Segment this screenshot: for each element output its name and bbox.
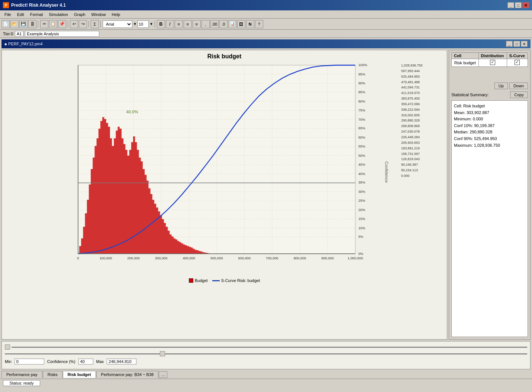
open-button[interactable]: 📂 — [10, 20, 19, 28]
tab-risks[interactable]: Risks — [43, 371, 62, 378]
menu-graph[interactable]: Graph — [71, 12, 88, 17]
comma-format-button[interactable]: , — [201, 20, 210, 28]
svg-text:600,000: 600,000 — [238, 256, 251, 260]
save-as-button[interactable]: 🗄 — [28, 20, 36, 28]
redo-button[interactable]: ↪ — [79, 20, 87, 28]
pct-90: 525,494.950 — [401, 74, 444, 80]
chart-button[interactable]: 📊 — [228, 20, 236, 28]
font-selector[interactable]: Arial — [103, 20, 132, 28]
svg-text:95%: 95% — [358, 72, 365, 76]
pct-15: 126,819.043 — [401, 156, 444, 162]
sum-button[interactable]: Σ — [91, 20, 99, 28]
svg-text:100,000: 100,000 — [100, 256, 112, 260]
svg-text:100%: 100% — [358, 63, 367, 67]
status-text: Status: ready — [3, 380, 40, 386]
svg-text:35%: 35% — [358, 181, 365, 184]
pct-30: 205,903.653 — [401, 140, 444, 146]
distribution-checkbox[interactable] — [490, 60, 495, 65]
stat-conf10: Conf 10%: 90,199.387 — [454, 123, 525, 129]
minimize-button[interactable]: _ — [507, 2, 514, 8]
slider-track-1 — [12, 347, 527, 348]
tab-performance-pay[interactable]: Performance pay — [1, 371, 42, 378]
dec-decrease-button[interactable]: .0 — [219, 20, 228, 28]
max-input[interactable] — [107, 359, 136, 365]
pct-95: 597,993.444 — [401, 68, 444, 74]
col-scurve: S-Curve — [507, 53, 528, 59]
slider-track-right — [165, 353, 527, 354]
peak-label: 40.0% — [126, 110, 138, 114]
up-button[interactable]: Up — [494, 82, 508, 89]
italic-button[interactable]: I — [166, 20, 174, 28]
toolbar: 📄 📂 💾 🗄 ✂ 📋 📌 ↩ ↪ Σ Arial ▼ ▼ B I ≡ ≡ ≡ … — [0, 19, 532, 30]
pct-10: 90,199.387 — [401, 162, 444, 168]
close-button[interactable]: ✕ — [522, 2, 529, 8]
align-left-button[interactable]: ≡ — [175, 20, 183, 28]
svg-text:20%: 20% — [358, 208, 365, 212]
separator-5 — [155, 21, 155, 27]
distribution-checkbox-cell[interactable] — [478, 59, 507, 67]
doc-minimize-button[interactable]: _ — [506, 41, 513, 47]
n-button[interactable]: N — [246, 20, 254, 28]
maximize-button[interactable]: □ — [515, 2, 522, 8]
chart-svg: 40.0% 0 100,000 200,000 300,000 400,000 … — [5, 61, 444, 277]
bold-button[interactable]: B — [157, 20, 165, 28]
font-size-input[interactable] — [138, 20, 149, 28]
image-button[interactable]: 🖼 — [237, 20, 245, 28]
chart-area: Risk budget — [1, 50, 447, 340]
copy-button[interactable]: Copy — [510, 91, 528, 98]
copy-button[interactable]: 📋 — [49, 20, 57, 28]
pct-65: 359,472.066 — [401, 101, 444, 107]
svg-text:45%: 45% — [358, 163, 365, 166]
menu-window[interactable]: Window — [88, 12, 109, 17]
dec-increase-button[interactable]: .00 — [210, 20, 219, 28]
tab-more-button[interactable]: ... — [159, 371, 167, 378]
conf-label: Confidence (%) — [47, 359, 75, 364]
slider-row-1 — [5, 344, 527, 350]
tab-perf-pay-b34[interactable]: Performance pay: B34 ~ B38 — [96, 371, 159, 378]
doc-close-button[interactable]: ✕ — [521, 41, 528, 47]
max-label: Max — [96, 359, 104, 364]
conf-input[interactable] — [78, 359, 93, 365]
align-center-button[interactable]: ≡ — [184, 20, 192, 28]
doc-title-bar: ■ PERF_PAY12.pm4 _ □ ✕ — [1, 39, 531, 48]
analysis-name: Example Analysis — [25, 31, 99, 37]
cell-reference[interactable]: A1 — [15, 31, 23, 37]
paste-button[interactable]: 📌 — [58, 20, 66, 28]
main-content: Risk budget — [1, 50, 531, 340]
svg-text:Confidence: Confidence — [384, 161, 389, 183]
stat-mean: Mean: 303,902.887 — [454, 110, 525, 116]
menu-file[interactable]: File — [1, 12, 14, 17]
svg-text:500,000: 500,000 — [210, 256, 223, 260]
slider-handle-1[interactable] — [5, 344, 10, 350]
menu-edit[interactable]: Edit — [14, 12, 27, 17]
svg-text:70%: 70% — [358, 118, 365, 122]
slider-handle-2[interactable] — [160, 351, 165, 356]
slider-track-left — [5, 353, 160, 354]
min-input[interactable] — [14, 359, 44, 365]
save-button[interactable]: 💾 — [19, 20, 28, 28]
menu-simulation[interactable]: Simulation — [46, 12, 71, 17]
tab-risk-budget[interactable]: Risk budget — [63, 371, 96, 378]
legend-scurve: S-Curve Risk: budget — [212, 278, 260, 283]
doc-restore-button[interactable]: □ — [513, 41, 520, 47]
cell-name: Risk budget — [452, 59, 479, 67]
menu-format[interactable]: Format — [27, 12, 46, 17]
table-row: Risk budget — [452, 59, 528, 67]
menu-help[interactable]: Help — [109, 12, 123, 17]
undo-button[interactable]: ↩ — [70, 20, 78, 28]
separator-4 — [100, 21, 101, 27]
scurve-checkbox-cell[interactable] — [507, 59, 528, 67]
help-button[interactable]: ? — [255, 20, 263, 28]
title-controls: _ □ ✕ — [507, 2, 529, 8]
title-bar: P Predict! Risk Analyser 4.1 _ □ ✕ — [0, 0, 532, 10]
scurve-checkbox[interactable] — [515, 60, 520, 65]
cut-button[interactable]: ✂ — [40, 20, 48, 28]
status-bar: Status: ready — [0, 379, 532, 387]
pct-70: 383,875.400 — [401, 96, 444, 101]
pct-20: 158,731.597 — [401, 151, 444, 157]
down-button[interactable]: Down — [509, 82, 528, 89]
pct-80: 442,094.731 — [401, 85, 444, 90]
svg-text:1,000,000: 1,000,000 — [348, 256, 363, 260]
align-right-button[interactable]: ≡ — [193, 20, 201, 28]
new-button[interactable]: 📄 — [1, 20, 10, 28]
